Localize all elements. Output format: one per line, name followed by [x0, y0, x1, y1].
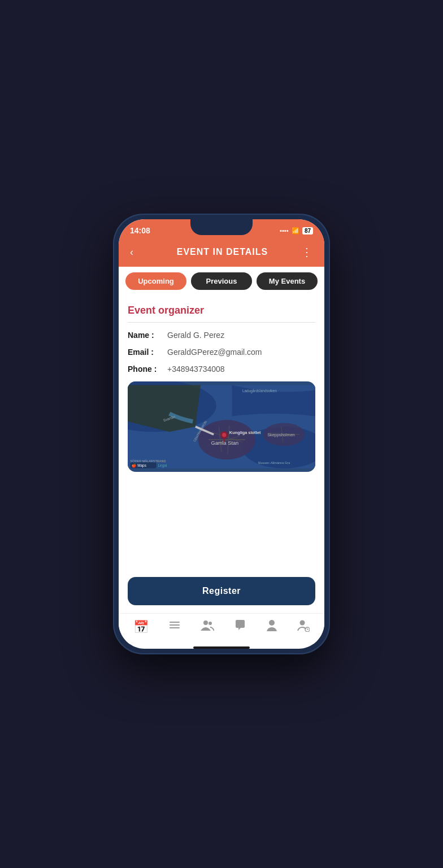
profile-settings-icon	[297, 619, 310, 635]
people-icon	[201, 619, 214, 635]
tab-myevents[interactable]: My Events	[257, 272, 318, 290]
nav-profile[interactable]	[266, 619, 277, 635]
status-time: 14:08	[130, 226, 150, 235]
svg-rect-20	[170, 627, 180, 628]
tab-upcoming[interactable]: Upcoming	[125, 272, 186, 290]
tab-bar: Upcoming Previous My Events	[119, 267, 324, 296]
more-options-button[interactable]: ⋮	[301, 245, 313, 259]
divider	[128, 322, 315, 323]
nav-settings-profile[interactable]	[297, 619, 310, 635]
name-label: Name :	[128, 331, 167, 340]
signal-icon: ▪▪▪▪	[280, 227, 289, 234]
svg-text:Skeppsholmen: Skeppsholmen	[267, 432, 295, 437]
name-row: Name : Gerald G. Perez	[128, 331, 315, 340]
page-header: ‹ EVENT IN DETAILS ⋮	[119, 240, 324, 267]
organizer-section: Event organizer Name : Gerald G. Perez E…	[128, 305, 315, 374]
svg-text:Slussen–Allmänna Gra: Slussen–Allmänna Gra	[258, 461, 290, 465]
register-section: Register	[119, 569, 324, 613]
svg-text:Ladugårdslandsviken: Ladugårdslandsviken	[242, 389, 277, 393]
svg-point-21	[203, 620, 208, 625]
phone-label: Phone :	[128, 364, 167, 374]
phone-row: Phone : +348943734008	[128, 364, 315, 374]
list-icon	[168, 619, 181, 635]
calendar-icon: 📅	[133, 620, 149, 635]
nav-list[interactable]	[168, 619, 181, 635]
svg-point-6	[222, 433, 226, 437]
nav-chat[interactable]	[234, 619, 246, 635]
svg-point-23	[269, 620, 275, 626]
chat-icon	[234, 619, 246, 635]
notch	[190, 219, 253, 235]
phone-frame: 14:08 ▪▪▪▪ 📶 87 ‹ EVENT IN DETAILS ⋮ Upc…	[113, 214, 330, 654]
page-title: EVENT IN DETAILS	[177, 247, 268, 257]
svg-point-24	[300, 620, 305, 626]
email-label: Email :	[128, 348, 167, 357]
phone-screen: 14:08 ▪▪▪▪ 📶 87 ‹ EVENT IN DETAILS ⋮ Upc…	[119, 219, 324, 649]
status-icons: ▪▪▪▪ 📶 87	[280, 227, 313, 235]
organizer-title: Event organizer	[128, 305, 315, 316]
phone-value: +348943734008	[167, 364, 225, 374]
email-row: Email : GeraldGPerez@gmail.com	[128, 348, 315, 357]
tab-previous[interactable]: Previous	[191, 272, 252, 290]
profile-icon	[266, 619, 277, 635]
svg-rect-18	[170, 622, 180, 623]
map-container[interactable]: Kungliga slottet Gamla Stan Skeppsholmen…	[128, 381, 315, 472]
bottom-nav: 📅	[119, 613, 324, 644]
svg-text:Legal: Legal	[158, 463, 167, 468]
home-indicator	[193, 646, 250, 649]
nav-calendar[interactable]: 📅	[133, 620, 149, 635]
battery-indicator: 87	[302, 227, 313, 235]
svg-text:Kungliga slottet: Kungliga slottet	[229, 430, 261, 435]
back-button[interactable]: ‹	[130, 246, 144, 258]
register-button[interactable]: Register	[128, 577, 315, 605]
svg-text:🍎 Maps: 🍎 Maps	[132, 463, 146, 468]
map-svg: Kungliga slottet Gamla Stan Skeppsholmen…	[128, 381, 315, 472]
wifi-icon: 📶	[292, 227, 299, 235]
main-content: Event organizer Name : Gerald G. Perez E…	[119, 296, 324, 569]
svg-point-22	[209, 622, 212, 625]
nav-people[interactable]	[201, 619, 214, 635]
svg-rect-19	[170, 624, 180, 626]
svg-text:Gamla Stan: Gamla Stan	[211, 440, 239, 446]
name-value: Gerald G. Perez	[167, 331, 224, 340]
email-value: GeraldGPerez@gmail.com	[167, 348, 262, 357]
